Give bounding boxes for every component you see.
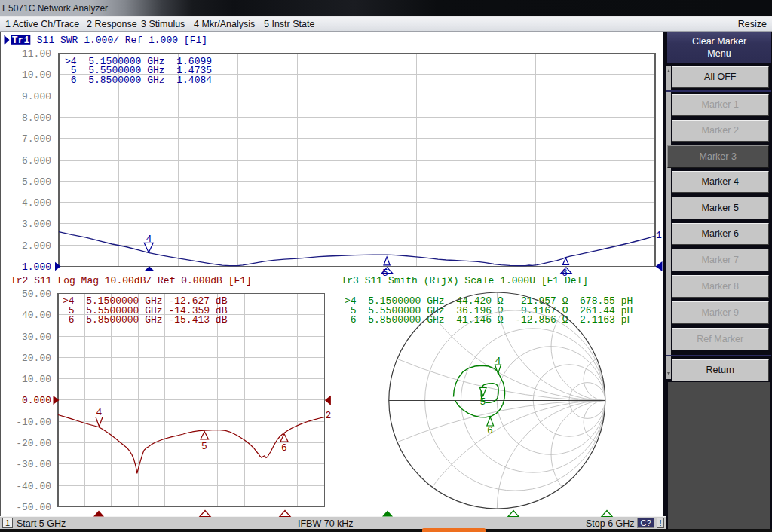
svg-text:S11 SWR 1.000/ Ref 1.000 [F1]: S11 SWR 1.000/ Ref 1.000 [F1] <box>37 35 207 46</box>
svg-text:6: 6 <box>487 425 493 436</box>
svg-text:5: 5 <box>480 396 486 408</box>
svg-text:4: 4 <box>96 407 102 418</box>
svg-text:8.000: 8.000 <box>22 112 51 124</box>
svg-text:5.000: 5.000 <box>22 176 51 188</box>
svg-text:0.000: 0.000 <box>22 395 51 406</box>
svg-text:6 5.8500000 GHz 1.4084: 6 5.8500000 GHz 1.4084 <box>65 75 212 86</box>
svg-text:Tr1: Tr1 <box>12 35 30 46</box>
svg-text:-50.00: -50.00 <box>16 502 51 513</box>
svg-text:-40.00: -40.00 <box>16 481 51 492</box>
svg-text:2: 2 <box>326 410 332 421</box>
svg-text:4.000: 4.000 <box>22 197 51 209</box>
svg-text:6.000: 6.000 <box>22 155 51 167</box>
svg-text:40.00: 40.00 <box>22 310 51 321</box>
svg-text:Tr3 S11 Smith (R+jX) Scale 1.0: Tr3 S11 Smith (R+jX) Scale 1.000U [F1 De… <box>342 275 589 286</box>
svg-text:Tr2 S11 Log Mag 10.00dB/ Ref 0: Tr2 S11 Log Mag 10.00dB/ Ref 0.000dB [F1… <box>11 275 252 286</box>
svg-text:-20.00: -20.00 <box>16 438 51 449</box>
svg-text:6 5.8500000 GHz -15.413 dB: 6 5.8500000 GHz -15.413 dB <box>63 314 228 326</box>
svg-text:5: 5 <box>201 441 207 452</box>
svg-text:20.00: 20.00 <box>22 353 51 364</box>
svg-text:-30.00: -30.00 <box>16 459 51 470</box>
svg-text:6: 6 <box>281 442 287 454</box>
svg-text:1: 1 <box>656 230 662 241</box>
svg-text:3.000: 3.000 <box>22 219 51 230</box>
svg-text:2.000: 2.000 <box>22 240 51 252</box>
svg-text:-10.00: -10.00 <box>16 417 51 428</box>
svg-text:10.00: 10.00 <box>22 374 51 385</box>
svg-text:6 5.8500000 GHz 41.146 Ω -1: 6 5.8500000 GHz 41.146 Ω -12.856 Ω 2.116… <box>345 314 633 326</box>
svg-text:7.000: 7.000 <box>22 133 51 145</box>
svg-text:11.00: 11.00 <box>22 48 51 60</box>
svg-text:10.00: 10.00 <box>22 69 51 81</box>
svg-text:50.00: 50.00 <box>22 289 51 300</box>
svg-text:1.000: 1.000 <box>22 261 51 273</box>
svg-text:30.00: 30.00 <box>22 332 51 343</box>
svg-text:9.000: 9.000 <box>22 91 51 102</box>
